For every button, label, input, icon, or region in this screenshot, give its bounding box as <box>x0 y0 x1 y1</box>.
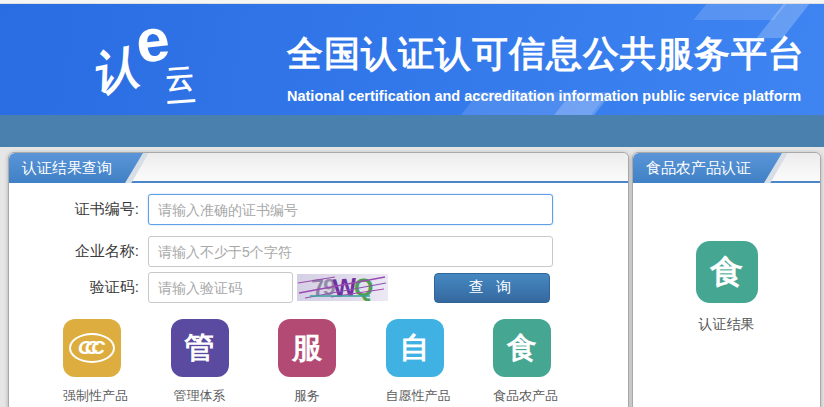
category-service[interactable]: 服 服务 <box>278 319 336 405</box>
category-voluntary-product[interactable]: 自 自愿性产品 <box>386 319 444 405</box>
title-block: 全国认证认可信息公共服务平台 National certification an… <box>287 30 805 104</box>
site-subtitle: National certification and accreditation… <box>287 88 805 104</box>
cert-query-panel: 认证结果查询 证书编号: 企业名称: 验证码: 7 9 W Q <box>8 152 629 407</box>
captcha-row: 验证码: 7 9 W Q 查 询 <box>9 272 628 303</box>
logo-yun-glyph: 云 <box>165 59 196 104</box>
management-glyph: 管 <box>185 328 215 369</box>
management-icon: 管 <box>171 319 229 377</box>
query-button[interactable]: 查 询 <box>434 273 550 303</box>
food-result-label: 认证结果 <box>633 316 820 334</box>
category-label: 服务 <box>278 387 336 405</box>
food-cert-panel-body: 食 认证结果 <box>633 241 820 334</box>
service-glyph: 服 <box>292 328 322 369</box>
food-result-icon[interactable]: 食 <box>696 241 758 303</box>
category-ccc[interactable]: CCC 强制性产品 <box>63 319 121 405</box>
category-label: 自愿性产品 <box>386 387 444 405</box>
cert-number-row: 证书编号: <box>9 194 628 225</box>
food-icon: 食 <box>493 319 551 377</box>
company-name-input[interactable] <box>148 236 553 267</box>
cert-number-input[interactable] <box>148 194 553 225</box>
cert-number-label: 证书编号: <box>9 200 148 219</box>
panel-tab-food-cert: 食品农产品认证 <box>633 153 782 183</box>
company-name-label: 企业名称: <box>9 242 148 261</box>
site-title: 全国认证认可信息公共服务平台 <box>287 30 805 79</box>
category-management-system[interactable]: 管 管理体系 <box>171 319 229 405</box>
food-cert-panel-header: 食品农产品认证 <box>633 153 820 183</box>
site-logo[interactable]: 认 e 云 <box>92 14 212 110</box>
captcha-input[interactable] <box>148 272 293 303</box>
voluntary-icon: 自 <box>386 319 444 377</box>
captcha-char: Q <box>353 275 374 301</box>
main-navbar <box>0 115 824 147</box>
food-result-glyph: 食 <box>710 250 743 295</box>
captcha-label: 验证码: <box>9 278 148 297</box>
logo-ren-glyph: 认 <box>86 36 144 106</box>
cert-query-form: 证书编号: 企业名称: 验证码: 7 9 W Q <box>9 183 628 405</box>
ccc-mark-icon: CCC <box>63 319 121 377</box>
panel-tab-cert-query: 认证结果查询 <box>9 153 143 183</box>
ccc-ellipse-glyph: CCC <box>69 333 115 363</box>
category-food-agricultural[interactable]: 食 食品农产品 <box>493 319 551 405</box>
voluntary-glyph: 自 <box>400 328 430 369</box>
service-icon: 服 <box>278 319 336 377</box>
site-header: 认 e 云 全国认证认可信息公共服务平台 National certificat… <box>0 4 824 115</box>
company-name-row: 企业名称: <box>9 236 628 267</box>
captcha-image[interactable]: 7 9 W Q <box>297 274 388 301</box>
food-cert-panel: 食品农产品认证 食 认证结果 <box>632 152 821 407</box>
category-label: 管理体系 <box>171 387 229 405</box>
category-label: 食品农产品 <box>493 387 551 405</box>
food-glyph: 食 <box>507 328 537 369</box>
category-label: 强制性产品 <box>63 387 121 405</box>
main-content: 认证结果查询 证书编号: 企业名称: 验证码: 7 9 W Q <box>0 147 824 407</box>
category-shortcuts: CCC 强制性产品 管 管理体系 服 服务 <box>9 314 628 405</box>
cert-query-panel-header: 认证结果查询 <box>9 153 628 183</box>
